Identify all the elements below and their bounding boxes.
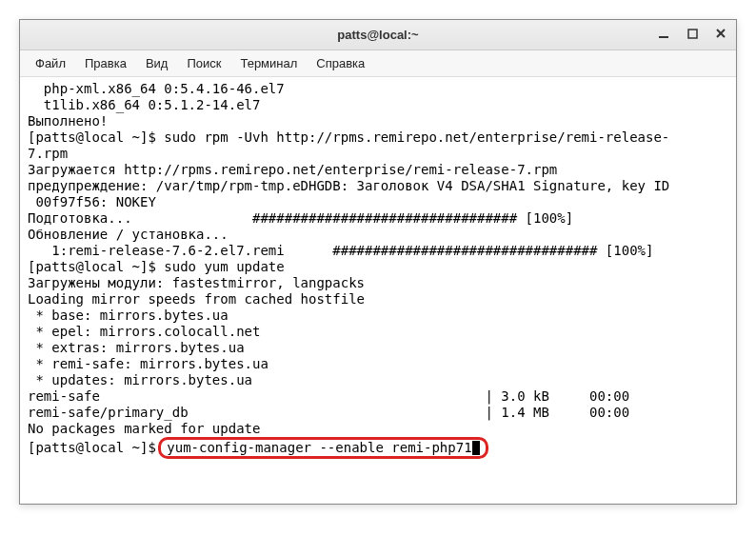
terminal-line: Загружается http://rpms.remirepo.net/ent… <box>28 162 728 178</box>
terminal-line: No packages marked for update <box>28 421 728 437</box>
menu-file[interactable]: Файл <box>28 54 73 72</box>
window-controls <box>654 24 730 43</box>
minimize-button[interactable] <box>654 24 673 43</box>
maximize-button[interactable] <box>683 24 702 43</box>
terminal-line: php-xml.x86_64 0:5.4.16-46.el7 <box>28 81 728 97</box>
terminal-line: t1lib.x86_64 0:5.1.2-14.el7 <box>28 97 728 113</box>
prompt-text: [patts@local ~]$ <box>28 440 164 455</box>
terminal-line: Обновление / установка... <box>28 227 728 243</box>
terminal-window: patts@local:~ Файл Правка Вид Поиск Терм… <box>19 19 737 505</box>
terminal-line: 7.rpm <box>28 146 728 162</box>
terminal-line: remi-safe/primary_db | 1.4 MB 00:00 <box>28 405 728 421</box>
highlighted-command-box: yum-config-manager --enable remi-php71 <box>158 437 487 459</box>
terminal-prompt-line: [patts@local ~]$ yum-config-manager --en… <box>28 437 728 459</box>
terminal-line: предупреждение: /var/tmp/rpm-tmp.eDHGDB:… <box>28 178 728 194</box>
menu-help[interactable]: Справка <box>308 54 372 72</box>
menu-terminal[interactable]: Терминал <box>232 54 305 72</box>
titlebar: patts@local:~ <box>20 20 736 50</box>
close-button[interactable] <box>711 24 730 43</box>
cursor-icon <box>472 441 480 455</box>
terminal-line: * remi-safe: mirrors.bytes.ua <box>28 356 728 372</box>
terminal-line: [patts@local ~]$ sudo rpm -Uvh http://rp… <box>28 129 728 146</box>
terminal-line: 1:remi-release-7.6-2.el7.remi ##########… <box>28 243 728 259</box>
menu-search[interactable]: Поиск <box>179 54 229 72</box>
terminal-line: * updates: mirrors.bytes.ua <box>28 372 728 388</box>
menu-view[interactable]: Вид <box>138 54 176 72</box>
highlighted-command: yum-config-manager --enable remi-php71 <box>167 440 471 455</box>
terminal-content[interactable]: php-xml.x86_64 0:5.4.16-46.el7 t1lib.x86… <box>20 77 736 504</box>
menu-edit[interactable]: Правка <box>77 54 134 72</box>
window-title: patts@local:~ <box>337 28 418 42</box>
terminal-line: Loading mirror speeds from cached hostfi… <box>28 291 728 308</box>
terminal-line: remi-safe | 3.0 kB 00:00 <box>28 388 728 405</box>
terminal-line: * base: mirrors.bytes.ua <box>28 308 728 324</box>
terminal-line: 00f97f56: NOKEY <box>28 194 728 210</box>
svg-rect-1 <box>688 30 697 38</box>
menubar: Файл Правка Вид Поиск Терминал Справка <box>20 50 736 77</box>
terminal-line: [patts@local ~]$ sudo yum update <box>28 259 728 275</box>
terminal-line: Загружены модули: fastestmirror, langpac… <box>28 275 728 291</box>
terminal-line: * extras: mirrors.bytes.ua <box>28 340 728 356</box>
terminal-line: Подготовка... ##########################… <box>28 210 728 227</box>
terminal-line: Выполнено! <box>28 113 728 129</box>
terminal-line: * epel: mirrors.colocall.net <box>28 324 728 340</box>
